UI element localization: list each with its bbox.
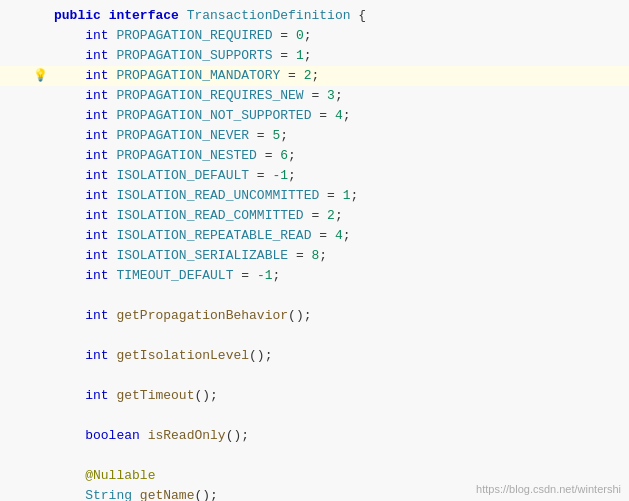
- code-line: int PROPAGATION_NESTED = 6;: [0, 146, 629, 166]
- code-line: int PROPAGATION_REQUIRED = 0;: [0, 26, 629, 46]
- code-tokens: int ISOLATION_REPEATABLE_READ = 4;: [48, 226, 351, 246]
- code-line: [0, 286, 629, 306]
- code-tokens: int ISOLATION_READ_UNCOMMITTED = 1;: [48, 186, 358, 206]
- code-line: int getTimeout();: [0, 386, 629, 406]
- lightbulb-icon[interactable]: 💡: [32, 66, 48, 86]
- code-tokens: @Nullable: [48, 466, 155, 486]
- code-line: int TIMEOUT_DEFAULT = -1;: [0, 266, 629, 286]
- watermark: https://blog.csdn.net/wintershi: [476, 483, 621, 495]
- code-tokens: int PROPAGATION_NEVER = 5;: [48, 126, 288, 146]
- code-tokens: int ISOLATION_SERIALIZABLE = 8;: [48, 246, 327, 266]
- code-line: 💡 int PROPAGATION_MANDATORY = 2;: [0, 66, 629, 86]
- code-line: int PROPAGATION_REQUIRES_NEW = 3;: [0, 86, 629, 106]
- code-line: public interface TransactionDefinition {: [0, 6, 629, 26]
- code-area: public interface TransactionDefinition {…: [0, 0, 629, 501]
- code-tokens: String getName();: [48, 486, 218, 501]
- code-editor: public interface TransactionDefinition {…: [0, 0, 629, 501]
- code-tokens: int getTimeout();: [48, 386, 218, 406]
- code-line: int ISOLATION_READ_UNCOMMITTED = 1;: [0, 186, 629, 206]
- code-line: int PROPAGATION_NOT_SUPPORTED = 4;: [0, 106, 629, 126]
- code-line: [0, 446, 629, 466]
- code-tokens: int ISOLATION_READ_COMMITTED = 2;: [48, 206, 343, 226]
- code-tokens: int PROPAGATION_MANDATORY = 2;: [48, 66, 319, 86]
- code-tokens: int ISOLATION_DEFAULT = -1;: [48, 166, 296, 186]
- code-line: int ISOLATION_DEFAULT = -1;: [0, 166, 629, 186]
- code-tokens: int PROPAGATION_REQUIRES_NEW = 3;: [48, 86, 343, 106]
- code-line: int getPropagationBehavior();: [0, 306, 629, 326]
- code-tokens: boolean isReadOnly();: [48, 426, 249, 446]
- code-tokens: int PROPAGATION_NOT_SUPPORTED = 4;: [48, 106, 351, 126]
- code-tokens: int getPropagationBehavior();: [48, 306, 311, 326]
- code-tokens: int PROPAGATION_REQUIRED = 0;: [48, 26, 312, 46]
- code-tokens: public interface TransactionDefinition {: [48, 6, 366, 26]
- code-line: [0, 406, 629, 426]
- code-tokens: int TIMEOUT_DEFAULT = -1;: [48, 266, 280, 286]
- code-tokens: int PROPAGATION_NESTED = 6;: [48, 146, 296, 166]
- code-tokens: int getIsolationLevel();: [48, 346, 272, 366]
- code-line: boolean isReadOnly();: [0, 426, 629, 446]
- code-line: int ISOLATION_SERIALIZABLE = 8;: [0, 246, 629, 266]
- code-line: int ISOLATION_REPEATABLE_READ = 4;: [0, 226, 629, 246]
- code-line: int ISOLATION_READ_COMMITTED = 2;: [0, 206, 629, 226]
- code-line: int PROPAGATION_NEVER = 5;: [0, 126, 629, 146]
- code-line: [0, 326, 629, 346]
- code-line: int PROPAGATION_SUPPORTS = 1;: [0, 46, 629, 66]
- code-tokens: int PROPAGATION_SUPPORTS = 1;: [48, 46, 312, 66]
- code-line: [0, 366, 629, 386]
- code-line: int getIsolationLevel();: [0, 346, 629, 366]
